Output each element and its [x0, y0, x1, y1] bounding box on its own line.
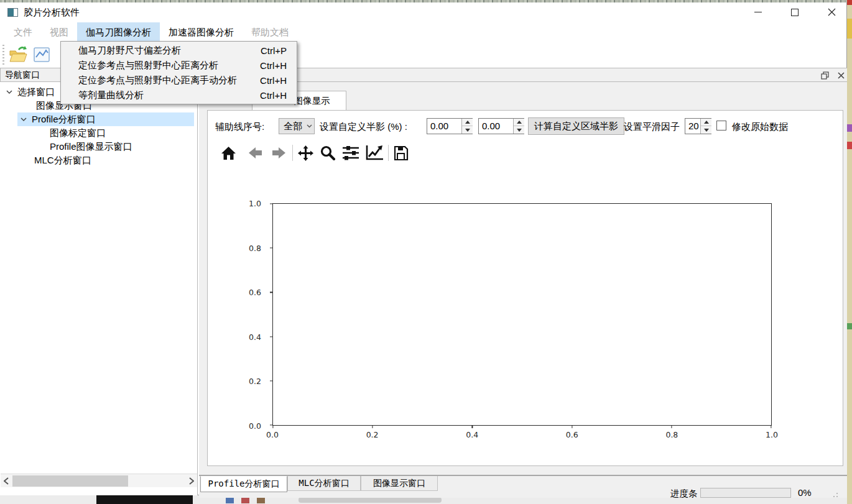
tree-item-image-calibration-window[interactable]: 图像标定窗口: [50, 126, 106, 140]
chevron-down-icon[interactable]: [6, 90, 12, 94]
penumbra-label: 设置自定义半影 (%) :: [320, 121, 407, 133]
x-tick-mark: [472, 426, 473, 428]
resize-grip[interactable]: [831, 490, 838, 498]
y-tick-label: 0.2: [249, 377, 261, 386]
mpl-home-button[interactable]: [218, 143, 238, 163]
spin-down-icon[interactable]: [701, 126, 711, 134]
image-icon: [33, 47, 50, 63]
plot-canvas[interactable]: [272, 203, 772, 426]
x-tick-row: 0.00.20.40.60.81.0: [272, 430, 772, 440]
tree-item-label: Profile分析窗口: [32, 114, 96, 126]
profile-tab-page: 辅助线序号: 全部 设置自定义半影 (%) : 0.00 0.00 计算自定义区…: [207, 110, 843, 466]
toolbar-grip[interactable]: [2, 45, 4, 65]
y-tick-label: 0.6: [249, 288, 261, 297]
menu-item-isodose-curve-analysis[interactable]: 等剂量曲线分析 Ctrl+H: [61, 88, 297, 103]
y-tick-label: 1.0: [249, 199, 261, 208]
maximize-icon: [791, 9, 799, 16]
spin-down-icon[interactable]: [462, 126, 473, 134]
tree-item-mlc-analysis-window[interactable]: MLC分析窗口: [34, 153, 91, 167]
mpl-customize-button[interactable]: [364, 143, 384, 163]
y-tick-label: 0.0: [249, 421, 261, 431]
y-tick-mark: [270, 292, 272, 293]
mpl-back-button[interactable]: [245, 143, 265, 163]
mpl-subplots-button[interactable]: [341, 143, 361, 163]
menu-accelerator-analysis[interactable]: 加速器图像分析: [160, 22, 243, 42]
aux-line-combobox[interactable]: 全部: [279, 118, 315, 134]
x-tick-label: 1.0: [766, 430, 778, 439]
mpl-forward-button[interactable]: [269, 143, 289, 163]
tree-item-label: 选择窗口: [17, 86, 55, 98]
spinbox-value: 20: [688, 121, 699, 131]
close-button[interactable]: [817, 2, 846, 22]
y-tick-col: 0.00.20.40.60.81.0: [233, 203, 267, 426]
pan-icon: [297, 145, 314, 162]
menu-view[interactable]: 视图: [41, 22, 77, 42]
menu-file[interactable]: 文件: [5, 22, 41, 42]
title-bar: 胶片分析软件: [0, 2, 846, 22]
float-icon: [821, 71, 829, 80]
penumbra-high-spinbox[interactable]: 0.00: [478, 118, 524, 134]
chevron-down-icon[interactable]: [21, 117, 27, 122]
spin-down-icon[interactable]: [514, 126, 524, 134]
minimize-button[interactable]: [744, 2, 772, 22]
y-tick-mark: [270, 336, 272, 337]
spinbox-value: 0.00: [482, 121, 500, 131]
back-icon: [248, 146, 263, 160]
menu-gammaknife-analysis[interactable]: 伽马刀图像分析: [77, 22, 160, 42]
tree-item-select-window[interactable]: 选择窗口: [6, 85, 55, 99]
menu-item-refpoint-center-distance-manual[interactable]: 定位参考点与照射野中心距离手动分析 Ctrl+H: [61, 73, 297, 88]
tree-item-profile-analysis-window[interactable]: Profile分析窗口: [17, 112, 194, 126]
smooth-factor-spinbox[interactable]: 20: [685, 118, 711, 134]
dock-float-button[interactable]: [818, 70, 831, 81]
tree-item-profile-image-display-window[interactable]: Profile图像显示窗口: [50, 140, 132, 153]
gammaknife-dropdown-menu: 伽马刀射野尺寸偏差分析 Ctrl+P 定位参考点与照射野中心距离分析 Ctrl+…: [60, 41, 297, 104]
x-tick-mark: [272, 426, 273, 428]
scroll-right-arrow-icon[interactable]: [186, 475, 197, 487]
mpl-save-button[interactable]: [391, 143, 410, 163]
dock-close-button[interactable]: [835, 70, 847, 81]
combobox-value: 全部: [284, 121, 302, 132]
dock-close-icon: [838, 72, 845, 79]
menu-bar: 文件 视图 伽马刀图像分析 加速器图像分析 帮助文档: [0, 22, 846, 42]
scroll-left-arrow-icon[interactable]: [1, 475, 12, 487]
menu-item-shortcut: Ctrl+H: [260, 90, 287, 101]
x-tick-label: 0.6: [566, 430, 578, 439]
button-label: 计算自定义区域半影: [534, 121, 618, 132]
tree-item-label: Profile图像显示窗口: [50, 141, 132, 153]
y-tick-label: 0.4: [249, 332, 261, 341]
modify-raw-data-checkbox[interactable]: [716, 121, 726, 131]
spin-up-icon[interactable]: [701, 119, 711, 126]
mpl-zoom-button[interactable]: [318, 143, 338, 163]
x-tick-mark: [671, 426, 672, 428]
tab-label: Profile分析窗口: [208, 479, 279, 490]
x-tick-label: 0.2: [366, 430, 379, 439]
mpl-pan-button[interactable]: [295, 143, 315, 163]
modify-raw-data-label: 修改原始数据: [732, 121, 788, 133]
nav-dock-title-label: 导航窗口: [5, 70, 40, 81]
menu-item-label: 定位参考点与照射野中心距离手动分析: [78, 75, 237, 86]
sidebar-horizontal-scrollbar[interactable]: [1, 474, 197, 487]
scrollbar-thumb[interactable]: [12, 475, 128, 487]
smooth-factor-label: 设置平滑因子: [624, 121, 680, 133]
calc-custom-penumbra-button[interactable]: 计算自定义区域半影: [528, 117, 624, 135]
open-file-button[interactable]: [7, 44, 29, 65]
spin-up-icon[interactable]: [514, 119, 524, 126]
penumbra-low-spinbox[interactable]: 0.00: [427, 118, 473, 134]
spin-up-icon[interactable]: [462, 119, 473, 126]
save-icon: [393, 145, 409, 161]
menu-item-field-size-deviation[interactable]: 伽马刀射野尺寸偏差分析 Ctrl+P: [61, 43, 297, 58]
menu-item-label: 伽马刀射野尺寸偏差分析: [78, 45, 181, 57]
bottom-tab-mlc-analysis[interactable]: MLC分析窗口: [287, 476, 361, 491]
x-tick-mark: [373, 426, 373, 428]
spinbox-value: 0.00: [430, 121, 448, 131]
y-tick-mark: [270, 248, 272, 249]
navigation-tree: 选择窗口 图像显示窗口 Profile分析窗口 图像标定窗口 Profile图像…: [0, 82, 198, 495]
menu-help-docs[interactable]: 帮助文档: [243, 22, 297, 42]
tree-item-label: 图像标定窗口: [50, 127, 106, 139]
maximize-button[interactable]: [780, 2, 809, 22]
bottom-tab-profile-analysis[interactable]: Profile分析窗口: [200, 476, 287, 492]
bottom-tab-image-display[interactable]: 图像显示窗口: [361, 476, 438, 491]
open-image-button[interactable]: [31, 44, 52, 65]
menu-item-refpoint-center-distance[interactable]: 定位参考点与照射野中心距离分析 Ctrl+H: [61, 58, 297, 73]
menu-item-shortcut: Ctrl+P: [261, 45, 287, 56]
